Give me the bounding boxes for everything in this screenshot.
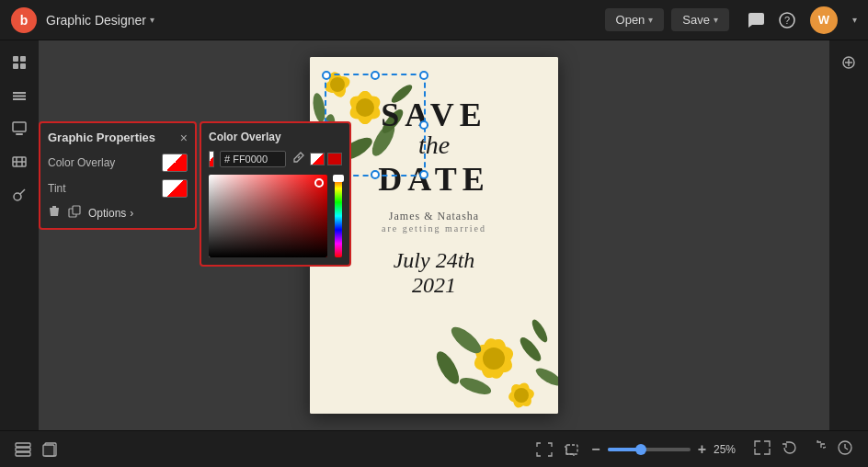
open-label: Open <box>616 13 645 27</box>
delete-button[interactable] <box>48 205 61 221</box>
fit-button[interactable] <box>754 440 771 458</box>
svg-rect-18 <box>73 206 80 214</box>
history-button[interactable] <box>837 440 853 458</box>
names-text: James & Natasha <box>389 210 479 223</box>
july-text: July 24th <box>394 248 475 273</box>
options-label: Options <box>88 207 126 220</box>
open-chevron: ▾ <box>648 15 653 25</box>
date-text: DATE <box>378 160 489 199</box>
color-overlay-row: Color Overlay <box>48 154 188 172</box>
svg-line-16 <box>20 189 25 194</box>
svg-rect-10 <box>16 133 23 135</box>
save-button[interactable]: Save ▾ <box>671 8 729 31</box>
svg-rect-54 <box>16 448 30 451</box>
svg-line-19 <box>298 156 300 158</box>
color-overlay-controls <box>209 151 342 167</box>
tool-btn-1[interactable] <box>5 48 34 77</box>
canvas-area: Graphic Properties × Color Overlay Tint <box>39 40 829 430</box>
layers-button[interactable] <box>15 442 31 457</box>
topbar: b Graphic Designer ▾ Open ▾ Save ▾ ? W ▾ <box>0 0 868 40</box>
chat-icon-button[interactable] <box>748 13 764 28</box>
co-main-swatch[interactable] <box>209 151 214 167</box>
svg-rect-57 <box>43 445 54 456</box>
svg-rect-55 <box>16 452 30 456</box>
co-swatches <box>310 153 342 165</box>
svg-rect-58 <box>566 445 577 454</box>
color-overlay-label: Color Overlay <box>48 156 115 169</box>
hex-input[interactable] <box>220 151 286 167</box>
year-text: 2021 <box>412 273 456 298</box>
color-pickers-row <box>209 175 342 257</box>
help-icon-button[interactable]: ? <box>779 12 795 28</box>
app-title-chevron: ▾ <box>150 15 154 25</box>
hue-slider-thumb <box>333 175 344 182</box>
svg-rect-4 <box>13 63 18 69</box>
undo-button[interactable] <box>782 440 798 458</box>
zoom-controls: − + 25% <box>591 441 743 458</box>
svg-rect-53 <box>16 443 30 447</box>
right-tool-1[interactable] <box>834 48 863 77</box>
panel-title: Graphic Properties <box>48 131 155 144</box>
zoom-in-button[interactable]: + <box>698 441 706 458</box>
tool-btn-3[interactable] <box>5 114 34 143</box>
gradient-dark <box>209 175 327 257</box>
bottombar: − + 25% <box>0 430 868 467</box>
zoom-percent: 25% <box>714 443 743 456</box>
color-overlay-popup-title: Color Overlay <box>209 131 342 143</box>
redo-button[interactable] <box>809 440 826 458</box>
panel-header: Graphic Properties × <box>48 131 188 144</box>
frame-button[interactable] <box>536 442 553 457</box>
user-menu-chevron[interactable]: ▾ <box>852 15 857 25</box>
svg-rect-8 <box>13 98 26 100</box>
user-initial: W <box>818 13 829 27</box>
eyedropper-button[interactable] <box>291 152 304 167</box>
zoom-slider-thumb <box>635 444 646 455</box>
save-chevron: ▾ <box>714 15 718 25</box>
left-toolbar <box>0 40 39 430</box>
crop-button[interactable] <box>564 442 580 457</box>
user-avatar[interactable]: W <box>810 6 838 34</box>
save-label: Save <box>682 13 710 27</box>
tool-btn-4[interactable] <box>5 147 34 177</box>
color-overlay-swatch[interactable] <box>162 154 188 172</box>
svg-rect-5 <box>20 63 26 69</box>
bottom-right-buttons <box>754 440 853 458</box>
svg-text:?: ? <box>784 15 790 26</box>
are-text: are getting married <box>382 223 486 234</box>
co-swatch-white[interactable] <box>310 153 325 165</box>
tint-label: Tint <box>48 182 66 195</box>
svg-rect-6 <box>13 92 26 94</box>
co-swatch-red[interactable] <box>327 153 342 165</box>
duplicate-button[interactable] <box>68 205 81 221</box>
tint-row: Tint <box>48 179 188 198</box>
app-title[interactable]: Graphic Designer ▾ <box>46 13 154 28</box>
options-button[interactable]: Options › <box>88 207 133 220</box>
tool-btn-2[interactable] <box>5 81 34 110</box>
svg-rect-2 <box>13 56 18 62</box>
pages-button[interactable] <box>42 442 59 457</box>
tool-btn-5[interactable] <box>5 180 34 210</box>
svg-point-15 <box>14 193 21 200</box>
zoom-out-button[interactable]: − <box>591 441 600 458</box>
main-area: Graphic Properties × Color Overlay Tint <box>0 40 868 430</box>
options-chevron: › <box>130 207 133 220</box>
graphic-properties-panel: Graphic Properties × Color Overlay Tint <box>39 121 197 230</box>
color-overlay-popup: Color Overlay <box>200 121 351 267</box>
app-name-label: Graphic Designer <box>46 13 146 28</box>
svg-rect-3 <box>20 56 26 62</box>
panel-actions-row: Options › <box>48 205 188 221</box>
right-toolbar <box>829 40 868 430</box>
the-text: the <box>418 131 450 160</box>
svg-rect-9 <box>13 122 26 131</box>
svg-rect-7 <box>13 96 26 97</box>
topbar-icons: ? W ▾ <box>748 6 857 34</box>
save-text: SAVE <box>381 96 486 134</box>
open-button[interactable]: Open ▾ <box>605 8 665 31</box>
zoom-slider[interactable] <box>608 448 691 451</box>
hue-slider[interactable] <box>335 175 342 257</box>
tint-swatch[interactable] <box>162 179 188 198</box>
app-logo[interactable]: b <box>11 7 37 33</box>
color-gradient-picker[interactable] <box>209 175 327 257</box>
panel-close-button[interactable]: × <box>180 131 188 144</box>
